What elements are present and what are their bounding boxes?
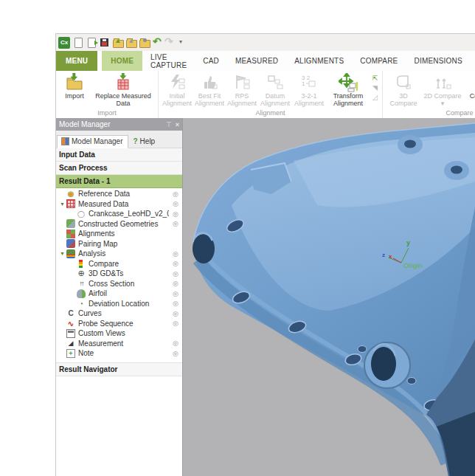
align-wizard-icon[interactable]: ◿ bbox=[371, 93, 379, 101]
tree-item-measured-data[interactable]: ▾Measured Data◎ bbox=[56, 199, 182, 210]
transform-alignment-icon bbox=[339, 73, 358, 92]
section-scan-process[interactable]: Scan Process bbox=[56, 162, 182, 175]
tab-live-capture[interactable]: LIVE CAPTURE bbox=[142, 51, 195, 71]
visibility-eye-icon[interactable]: ◎ bbox=[169, 210, 182, 218]
probe-sequence-icon bbox=[66, 319, 75, 328]
import-file-icon[interactable] bbox=[86, 38, 97, 48]
rps-alignment-button[interactable]: RPS Alignment bbox=[226, 72, 258, 108]
import-button[interactable]: Import bbox=[58, 72, 91, 101]
tree-item-label: Reference Data bbox=[78, 190, 169, 198]
tab-help[interactable]: ? Help bbox=[129, 136, 160, 148]
visibility-eye-icon[interactable]: ◎ bbox=[169, 310, 182, 317]
tree-item-analysis[interactable]: ▾Analysis◎ bbox=[56, 249, 182, 259]
visibility-eye-icon[interactable]: ◎ bbox=[169, 290, 182, 297]
tree-item-label: Note bbox=[78, 349, 169, 357]
new-document-icon[interactable] bbox=[73, 38, 83, 48]
axis-y-label: y bbox=[406, 239, 410, 246]
visibility-eye-icon[interactable]: ◎ bbox=[169, 339, 182, 347]
visibility-eye-icon[interactable]: ◎ bbox=[169, 220, 182, 227]
gdt-icon bbox=[77, 269, 86, 278]
ribbon-button-label: 2D Compare ▾ bbox=[423, 93, 462, 108]
tab-alignments[interactable]: ALIGNMENTS bbox=[286, 51, 352, 71]
three-d-compare-icon bbox=[394, 73, 413, 92]
tree-item-note[interactable]: Note◎ bbox=[56, 348, 182, 359]
tree-item-reference-data[interactable]: Reference Data◎ bbox=[56, 189, 182, 199]
recent-folder-icon[interactable] bbox=[126, 38, 136, 48]
panel-tab-label: Help bbox=[140, 137, 156, 145]
tree-item-alignments[interactable]: Alignments bbox=[56, 229, 182, 239]
section-input-data[interactable]: Input Data bbox=[56, 148, 182, 162]
two-d-compare-button[interactable]: 2D Compare ▾ bbox=[422, 72, 463, 108]
visibility-eye-icon[interactable]: ◎ bbox=[169, 320, 182, 327]
three-two-one-alignment-button[interactable]: 3 2 1 3-2-1 Alignment bbox=[292, 72, 326, 108]
tree-item-label: Alignments bbox=[78, 230, 169, 238]
close-icon[interactable]: × bbox=[176, 121, 179, 128]
tree-item-measurement[interactable]: Measurement◎ bbox=[56, 339, 182, 349]
mirror-alignment-icon[interactable]: ◥ bbox=[371, 83, 379, 92]
tree-item-constructed-geometries[interactable]: Constructed Geometries◎ bbox=[56, 219, 182, 230]
tab-cad[interactable]: CAD bbox=[195, 51, 227, 71]
tab-measured[interactable]: MEASURED bbox=[227, 51, 286, 71]
tab-model-manager[interactable]: Model Manager bbox=[57, 135, 128, 148]
tree-item-3d-gd-ts[interactable]: 3D GD&Ts◎ bbox=[56, 269, 182, 279]
application-window: Cx MENU HOME LIVE CAPTURE CAD MEASURED A… bbox=[55, 33, 475, 476]
origin-label: Origin bbox=[403, 261, 422, 269]
save-icon[interactable] bbox=[100, 38, 110, 48]
tree-item-label: Analysis bbox=[78, 249, 169, 258]
tab-dimensions[interactable]: DIMENSIONS bbox=[406, 51, 471, 71]
move-to-origin-icon[interactable]: ⇱ bbox=[371, 74, 379, 82]
visibility-eye-icon[interactable]: ◎ bbox=[169, 350, 182, 357]
comparison-point-button[interactable]: Comparison Point bbox=[463, 72, 475, 108]
tree-item-pairing-map[interactable]: Pairing Map bbox=[56, 239, 182, 249]
tab-compare[interactable]: COMPARE bbox=[352, 51, 406, 71]
visibility-eye-icon[interactable]: ◎ bbox=[169, 250, 182, 258]
tree-item-airfoil[interactable]: Airfoil◎ bbox=[56, 289, 182, 299]
best-fit-alignment-icon bbox=[200, 73, 219, 92]
datum-alignment-button[interactable]: Datum Alignment bbox=[258, 72, 292, 108]
visibility-eye-icon[interactable]: ◎ bbox=[169, 190, 182, 198]
tab-curves[interactable]: CURVES bbox=[471, 51, 475, 71]
axis-x-label: x bbox=[389, 253, 392, 260]
section-result-data[interactable]: Result Data - 1 bbox=[56, 175, 182, 188]
tab-menu[interactable]: MENU bbox=[56, 51, 97, 71]
mesh-icon bbox=[77, 210, 86, 218]
initial-alignment-button[interactable]: Initial Alignment bbox=[161, 72, 193, 108]
tree-item-curves[interactable]: Curves◎ bbox=[56, 308, 182, 319]
tree-item-cross-section[interactable]: Cross Section◎ bbox=[56, 279, 182, 289]
three-d-compare-button[interactable]: 3D Compare bbox=[385, 72, 422, 108]
constructed-geometries-icon bbox=[66, 219, 75, 228]
open-folder-icon[interactable] bbox=[113, 38, 123, 48]
redo-icon[interactable] bbox=[166, 38, 176, 48]
tree-item-custom-views[interactable]: Custom Views bbox=[56, 328, 182, 339]
visibility-eye-icon[interactable]: ◎ bbox=[169, 280, 182, 287]
ribbon-button-label: RPS Alignment bbox=[227, 93, 257, 108]
pairing-map-icon bbox=[66, 239, 75, 248]
best-fit-alignment-button[interactable]: Best Fit Alignment bbox=[193, 72, 226, 108]
ribbon-group-import: Import Replace Measured Data Import bbox=[56, 71, 159, 118]
tree-item-deviation-location[interactable]: Deviation Location◎ bbox=[56, 299, 182, 309]
pinned-folder-icon[interactable] bbox=[139, 38, 150, 48]
visibility-eye-icon[interactable]: ◎ bbox=[169, 300, 182, 307]
transform-alignment-button[interactable]: Transform Alignment bbox=[326, 72, 370, 108]
tree-item-probe-sequence[interactable]: Probe Sequence◎ bbox=[56, 319, 182, 329]
title-bar: Cx bbox=[56, 34, 475, 51]
ribbon-group-alignment: Initial Alignment Best Fit Alignment bbox=[159, 71, 383, 118]
visibility-eye-icon[interactable]: ◎ bbox=[169, 260, 182, 267]
tree-item-label: Measurement bbox=[78, 339, 169, 348]
undo-icon[interactable] bbox=[153, 38, 163, 48]
tab-home[interactable]: HOME bbox=[102, 51, 142, 71]
panel-header: Model Manager ⊤ × bbox=[56, 118, 182, 131]
tree-item-compare[interactable]: Compare◎ bbox=[56, 259, 182, 269]
expand-arrow-icon[interactable]: ▾ bbox=[58, 250, 66, 257]
expand-arrow-icon[interactable]: ▾ bbox=[58, 201, 66, 207]
customize-toolbar-icon[interactable] bbox=[179, 38, 186, 48]
replace-measured-data-button[interactable]: Replace Measured Data bbox=[91, 72, 156, 108]
visibility-eye-icon[interactable]: ◎ bbox=[169, 270, 182, 277]
ribbon-button-label: Comparison Point bbox=[465, 93, 475, 108]
visibility-eye-icon[interactable]: ◎ bbox=[169, 200, 182, 207]
pin-icon[interactable]: ⊤ bbox=[166, 121, 172, 128]
viewport-3d[interactable]: y z x Origin bbox=[183, 118, 475, 476]
tree-item-crankcase-leohd-v2-0-3[interactable]: Crankcase_LeoHD_v2_0.3_...◎ bbox=[56, 209, 182, 219]
section-result-navigator[interactable]: Result Navigator bbox=[56, 362, 182, 376]
panel-title: Model Manager bbox=[59, 120, 162, 128]
